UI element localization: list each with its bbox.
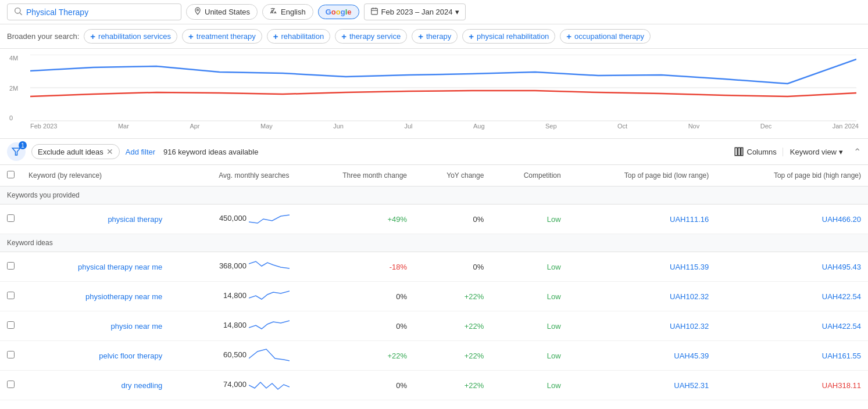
keyword-view-button[interactable]: Keyword view ▾ [783,148,843,156]
broaden-tag-label: occupational therapy [574,32,644,41]
three-month-cell: +49% [297,204,415,234]
search-input[interactable] [26,8,154,17]
sparkline [249,376,290,394]
x-label: Jun [333,123,344,130]
avg-searches-value: 60,500 [223,350,247,359]
location-label: United States [205,8,250,16]
y-label-4m: 4M [9,55,18,62]
select-all-checkbox[interactable] [7,171,15,178]
competition-cell: Low [491,204,567,234]
broaden-tag-label: treatment therapy [197,32,256,41]
row-checkbox[interactable] [7,351,15,358]
collapse-button[interactable]: ⌃ [849,146,861,157]
google-icon: Google [326,8,352,16]
section-header-ideas: Keyword ideas [0,234,868,252]
row-checkbox[interactable] [7,381,15,388]
keyword-cell: physical therapy [22,204,169,234]
svg-rect-11 [735,148,737,156]
keyword-link[interactable]: physical therapy near me [78,263,162,271]
row-checkbox[interactable] [7,262,15,270]
avg-searches-value: 14,800 [223,321,247,329]
row-checkbox[interactable] [7,321,15,329]
header-keyword[interactable]: Keyword (by relevance) [22,165,169,186]
location-icon [194,7,202,17]
x-label: Aug [473,123,485,130]
engine-filter[interactable]: Google Google [318,5,359,19]
broaden-tag-label: therapy service [349,32,401,41]
x-label: Feb 2023 [30,123,57,130]
bid-low-cell: UAH111.16 [568,204,716,234]
add-filter-button[interactable]: Add filter [126,148,155,156]
bid-high-cell: UAH466.20 [716,204,868,234]
svg-marker-10 [12,148,20,155]
broaden-tag-occupational-therapy[interactable]: + occupational therapy [560,29,651,44]
language-label: English [281,8,306,16]
avg-searches-value: 14,800 [223,291,247,300]
location-filter[interactable]: United States [186,4,258,20]
calendar-icon [370,7,378,17]
top-bar: United States English Google Google Feb … [0,0,868,24]
table-header-row: Keyword (by relevance) Avg. monthly sear… [0,165,868,186]
x-label: Oct [617,123,627,130]
language-filter[interactable]: English [262,4,313,20]
x-label: Nov [688,123,700,130]
section-header-provided: Keywords you provided [0,186,868,204]
plus-icon: + [90,31,95,41]
header-three-month[interactable]: Three month change [297,165,415,186]
row-checkbox[interactable] [7,292,15,299]
keyword-link[interactable]: physical therapy [108,215,162,224]
avg-searches-cell: 450,000 [169,204,296,234]
broaden-tag-label: therapy [426,32,451,41]
broaden-label: Broaden your search: [7,32,79,41]
svg-line-1 [20,13,22,15]
table-row: physical therapy 450,000 +49% 0% Low UAH… [0,204,868,234]
filter-icon-button[interactable]: 1 [7,142,26,161]
section-ideas-label: Keyword ideas [0,234,868,252]
columns-label: Columns [747,148,777,156]
exclude-adult-label: Exclude adult ideas [38,148,103,156]
header-bid-low[interactable]: Top of page bid (low range) [568,165,716,186]
keyword-link[interactable]: pelvic floor therapy [99,351,162,360]
date-range-label: Feb 2023 – Jan 2024 [381,8,453,16]
keyword-link[interactable]: dry needling [122,381,163,390]
header-competition[interactable]: Competition [491,165,567,186]
columns-button[interactable]: Columns [734,146,777,157]
broaden-tag-label: rehabilitation services [98,32,171,41]
sparkline [249,347,290,364]
sparkline [249,210,290,228]
filter-bar: 1 Exclude adult ideas ✕ Add filter 916 k… [0,139,868,165]
broaden-tag-therapy-service[interactable]: + therapy service [335,29,407,44]
x-label: Jan 2024 [833,123,859,130]
chevron-down-icon: ▾ [455,8,459,16]
header-avg-searches[interactable]: Avg. monthly searches [169,165,296,186]
chart-x-labels: Feb 2023 Mar Apr May Jun Jul Aug Sep Oct… [30,121,859,130]
remove-filter-button[interactable]: ✕ [106,147,113,156]
keyword-link[interactable]: physiotherapy near me [85,292,162,301]
x-label: May [260,123,273,130]
x-label: Apr [190,123,199,130]
table-row: dry needling near me 14,800 -18% 0% Low … [0,400,868,410]
search-box[interactable] [7,3,181,20]
table-row: dry needling 74,000 0% +22% Low UAH52.31… [0,371,868,400]
date-range-picker[interactable]: Feb 2023 – Jan 2024 ▾ [364,3,466,20]
broaden-tag-rehabilitation[interactable]: + rehabilitation [267,29,330,44]
search-icon [13,6,23,17]
table-row: physical therapy near me 368,000 -18% 0%… [0,252,868,282]
header-yoy[interactable]: YoY change [414,165,491,186]
broaden-tag-treatment-therapy[interactable]: + treatment therapy [182,29,262,44]
broaden-tag-physical-rehabilitation[interactable]: + physical rehabilitation [462,29,555,44]
header-bid-high[interactable]: Top of page bid (high range) [716,165,868,186]
row-checkbox[interactable] [7,214,15,222]
sparkline [249,406,290,409]
svg-rect-12 [738,148,740,156]
filter-badge: 1 [19,141,27,149]
broaden-tag-rehabilitation-services[interactable]: + rehabilitation services [84,29,177,44]
keyword-view-label: Keyword view [790,148,837,156]
avg-searches-value: 450,000 [219,214,247,223]
table-container: Keyword (by relevance) Avg. monthly sear… [0,165,868,409]
y-label-0: 0 [9,114,18,121]
broaden-bar: Broaden your search: + rehabilitation se… [0,24,868,49]
keyword-link[interactable]: physio near me [110,322,162,331]
table-row: physiotherapy near me 14,800 0% +22% Low… [0,282,868,311]
broaden-tag-therapy[interactable]: + therapy [412,29,458,44]
